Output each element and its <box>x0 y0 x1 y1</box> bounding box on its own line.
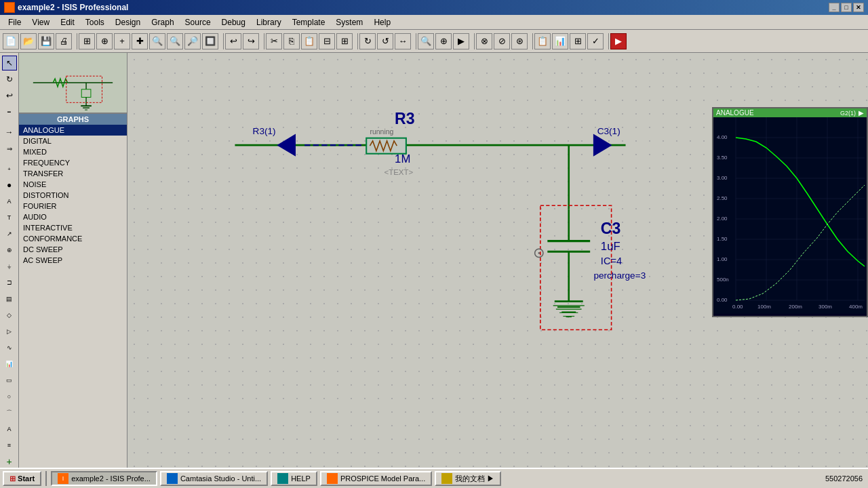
start-button[interactable]: ⊞ Start <box>3 471 41 486</box>
graph-type-dc-sweep[interactable]: DC SWEEP <box>19 244 127 255</box>
menu-library[interactable]: Library <box>251 16 287 28</box>
add-tool[interactable]: + <box>2 454 17 469</box>
generators[interactable]: ⊛ <box>511 33 528 49</box>
maximize-button[interactable]: □ <box>841 3 852 12</box>
grid-button[interactable]: ⊞ <box>79 33 95 49</box>
zoom-out[interactable]: 🔍 <box>167 33 183 49</box>
menu-system[interactable]: System <box>330 16 368 28</box>
junction-tool[interactable]: ● <box>2 178 17 192</box>
menu-help[interactable]: Help <box>368 16 396 28</box>
mirror-x[interactable]: ↔ <box>395 33 411 49</box>
taskbar-documents[interactable]: 我的文档 ▶ <box>435 471 501 486</box>
subsheet-tool[interactable]: ▤ <box>2 291 17 306</box>
menu-tools[interactable]: Tools <box>80 16 110 28</box>
print-button[interactable]: 🖨 <box>56 33 72 49</box>
arc-tool[interactable]: ⌒ <box>2 405 17 420</box>
rectangle-tool[interactable]: ▭ <box>2 373 17 388</box>
svg-text:500n: 500n <box>717 277 729 283</box>
close-button[interactable]: ✕ <box>853 3 864 12</box>
bus-entry-tool[interactable]: ↗ <box>2 226 17 241</box>
menu-edit[interactable]: Edit <box>55 16 80 28</box>
zoom-graph[interactable]: 🔍 <box>418 33 434 49</box>
taskbar-isis[interactable]: I example2 - ISIS Profe... <box>51 471 157 486</box>
svg-text:IC=4: IC=4 <box>601 256 622 266</box>
symbol-tool[interactable]: ⊕ <box>2 243 17 258</box>
graph-type-conformance[interactable]: CONFORMANCE <box>19 233 127 244</box>
zoom-in[interactable]: 🔍 <box>149 33 165 49</box>
graph-type-distortion[interactable]: DISTORTION <box>19 190 127 201</box>
component-tool[interactable]: + <box>2 161 17 176</box>
line-tool[interactable]: ━ <box>2 104 17 119</box>
rotate-ccw[interactable]: ↺ <box>377 33 393 49</box>
text-tool[interactable]: T <box>2 210 17 225</box>
graph-type-digital[interactable]: DIGITAL <box>19 136 127 146</box>
minimize-button[interactable]: _ <box>829 3 840 12</box>
zoom-fit[interactable]: 🔲 <box>202 33 218 49</box>
simulate-run[interactable]: ▶ <box>453 33 469 49</box>
undo-tool[interactable]: ↩ <box>2 88 17 103</box>
rotate-tool[interactable]: ↻ <box>2 72 17 87</box>
new-button[interactable]: 📄 <box>3 33 19 49</box>
graph-type-frequency[interactable]: FREQUENCY <box>19 157 127 168</box>
probe-i[interactable]: ⊘ <box>494 33 510 49</box>
spice-sim[interactable]: ▶ <box>610 33 627 49</box>
graph-type-transfer[interactable]: TRANSFER <box>19 168 127 179</box>
svg-text:200m: 200m <box>789 304 802 310</box>
schematic-canvas[interactable]: R3(1) R3 running 1M <TEXT> C3(1) <box>127 53 868 472</box>
block-select[interactable]: ⊟ <box>319 33 335 49</box>
graph-type-ac-sweep[interactable]: AC SWEEP <box>19 255 127 266</box>
menu-view[interactable]: View <box>26 16 55 28</box>
graph-type-audio[interactable]: AUDIO <box>19 211 127 222</box>
open-button[interactable]: 📂 <box>20 33 37 49</box>
block-copy[interactable]: ⊞ <box>336 33 353 49</box>
text-tool2[interactable]: A <box>2 422 17 436</box>
netlist[interactable]: 📋 <box>534 33 551 49</box>
probe-v[interactable]: ⊗ <box>476 33 492 49</box>
rotate-cw[interactable]: ↻ <box>359 33 376 49</box>
menu-source[interactable]: Source <box>180 16 216 28</box>
tape-tool[interactable]: ▷ <box>2 324 17 339</box>
wire-tool[interactable]: → <box>2 125 17 140</box>
undo-button[interactable]: ↩ <box>225 33 241 49</box>
redo-button[interactable]: ↪ <box>243 33 259 49</box>
menu-template[interactable]: Template <box>287 16 331 28</box>
menu-graph[interactable]: Graph <box>146 16 179 28</box>
menu-file[interactable]: File <box>3 16 26 28</box>
graph-type-interactive[interactable]: INTERACTIVE <box>19 222 127 233</box>
generator-tool[interactable]: ∿ <box>2 340 17 355</box>
analogue-graph-window[interactable]: ANALOGUE G2(1) ▶ <box>712 107 868 317</box>
menu-debug[interactable]: Debug <box>216 16 251 28</box>
origin-button[interactable]: ⊕ <box>96 33 113 49</box>
svg-text:<TEXT>: <TEXT> <box>384 168 413 176</box>
taskbar-prospice[interactable]: PROSPICE Model Para... <box>320 471 432 486</box>
menu-design[interactable]: Design <box>110 16 146 28</box>
taskbar-help[interactable]: HELP <box>271 471 317 486</box>
pcb-layout[interactable]: ⊞ <box>570 33 586 49</box>
graph-expand-icon[interactable]: ▶ <box>859 109 864 117</box>
select-tool[interactable]: ↖ <box>2 56 17 70</box>
graph-tool[interactable]: 📊 <box>2 357 17 371</box>
graph-type-analogue[interactable]: ANALOGUE <box>19 125 127 136</box>
probe-tool[interactable]: ◇ <box>2 308 17 323</box>
cut-button[interactable]: ✂ <box>266 33 282 49</box>
zoom-area[interactable]: 🔎 <box>184 33 201 49</box>
add-component[interactable]: + <box>114 33 130 49</box>
graph-type-mixed[interactable]: MIXED <box>19 146 127 157</box>
bus-tool[interactable]: ⇒ <box>2 141 17 156</box>
power-tool[interactable]: ⏚ <box>2 259 17 274</box>
symbols-tool[interactable]: ≡ <box>2 438 17 453</box>
svg-text:R3: R3 <box>395 110 414 127</box>
taskbar-camtasia[interactable]: Camtasia Studio - Unti... <box>160 471 268 486</box>
bom[interactable]: 📊 <box>552 33 568 49</box>
add-trace[interactable]: ⊕ <box>435 33 452 49</box>
label-tool[interactable]: A <box>2 194 17 209</box>
add-wire[interactable]: ✚ <box>132 33 148 49</box>
port-tool[interactable]: ⊐ <box>2 275 17 290</box>
design-rules[interactable]: ✓ <box>587 33 604 49</box>
graph-type-fourier[interactable]: FOURIER <box>19 201 127 211</box>
graph-type-noise[interactable]: NOISE <box>19 179 127 190</box>
circle-tool[interactable]: ○ <box>2 389 17 404</box>
paste-button[interactable]: 📋 <box>301 33 317 49</box>
save-button[interactable]: 💾 <box>38 33 54 49</box>
copy-button[interactable]: ⎘ <box>283 33 300 49</box>
